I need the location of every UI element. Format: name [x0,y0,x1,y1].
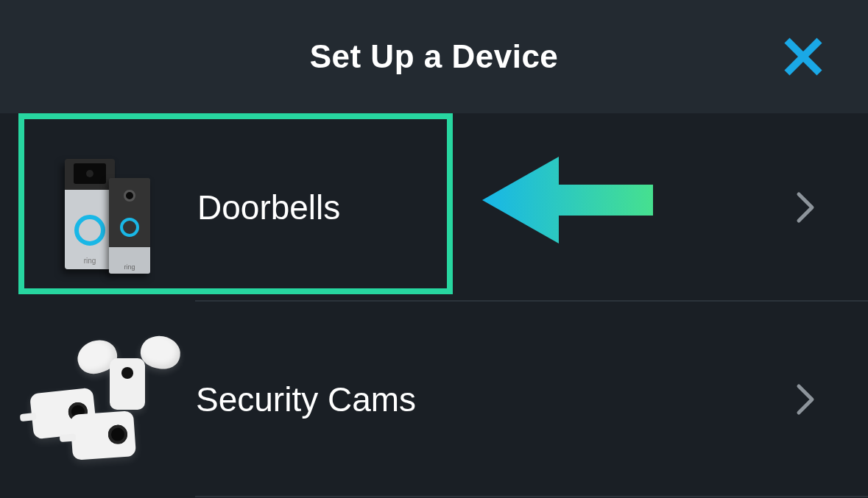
device-category-list: ring ring Doorbells [0,113,868,497]
close-button[interactable] [780,33,827,80]
page-title: Set Up a Device [310,38,559,75]
row-inner: Security Cams [0,302,868,497]
doorbell-devices-icon: ring ring [35,141,197,274]
divider [195,496,868,497]
list-item-security-cams[interactable]: Security Cams [0,302,868,497]
list-item-label: Doorbells [197,188,340,227]
list-item-label: Security Cams [196,380,416,419]
close-icon [780,33,827,80]
chevron-right-icon [796,383,816,416]
row-inner: ring ring Doorbells [0,113,868,302]
header: Set Up a Device [0,0,868,113]
list-item-doorbells[interactable]: ring ring Doorbells [0,113,868,302]
security-cam-devices-icon [22,333,196,466]
chevron-right-icon [796,191,816,224]
